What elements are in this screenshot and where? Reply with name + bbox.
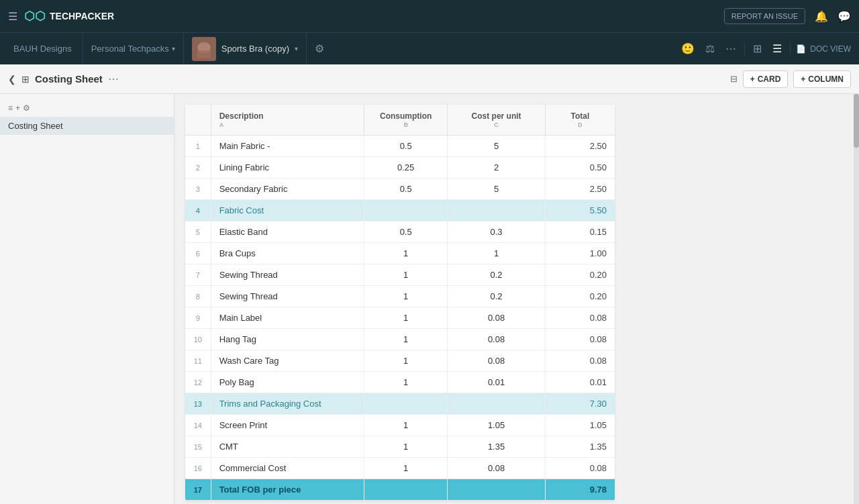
app-logo: ⬡⬡ TECHPACKER bbox=[24, 9, 114, 23]
cell-cost-per-unit: 0.08 bbox=[448, 329, 545, 350]
app-name: TECHPACKER bbox=[50, 11, 114, 21]
add-card-button[interactable]: + CARD bbox=[743, 70, 789, 88]
cell-consumption: 1 bbox=[364, 286, 448, 307]
list-view-icon[interactable]: ☰ bbox=[770, 40, 785, 58]
cell-num: 7 bbox=[185, 264, 211, 286]
cell-num: 1 bbox=[185, 136, 211, 157]
scrollbar-thumb[interactable] bbox=[854, 94, 859, 148]
logo-icon: ⬡⬡ bbox=[24, 9, 46, 23]
main-layout: ≡ + ⚙ Costing Sheet Description A bbox=[0, 94, 859, 504]
cell-description: Trims and Packaging Cost bbox=[211, 393, 364, 415]
cell-total: 1.35 bbox=[545, 436, 615, 458]
sheet-toolbar: ❮ ⊞ Costing Sheet ⋯ ⊟ + CARD + COLUMN bbox=[0, 64, 859, 94]
chat-icon[interactable]: 💬 bbox=[838, 10, 851, 23]
cell-consumption bbox=[364, 393, 448, 415]
cell-num: 3 bbox=[185, 179, 211, 200]
brand-name: BAUH Designs bbox=[13, 44, 72, 54]
col-header-cost-per-unit: Cost per unit C bbox=[448, 105, 545, 136]
cell-consumption: 1 bbox=[364, 436, 448, 458]
cell-num: 12 bbox=[185, 372, 211, 393]
table-row: 5 Elastic Band 0.5 0.3 0.15 bbox=[185, 221, 615, 243]
notification-icon[interactable]: 🔔 bbox=[815, 10, 828, 23]
product-tab[interactable]: Sports Bra (copy) ▾ bbox=[184, 33, 307, 64]
sheet-title: Costing Sheet bbox=[35, 73, 103, 85]
collapse-button[interactable]: ❮ bbox=[8, 74, 16, 85]
emoji-icon[interactable]: 🙂 bbox=[678, 40, 697, 58]
techpack-dropdown-arrow: ▾ bbox=[172, 45, 175, 52]
cell-total: 9.78 bbox=[545, 479, 615, 501]
col-header-num bbox=[185, 105, 211, 136]
techpack-name: Personal Techpacks bbox=[91, 44, 169, 54]
cell-total: 7.30 bbox=[545, 393, 615, 415]
doc-view-button[interactable]: 📄 DOC VIEW bbox=[796, 44, 851, 54]
cell-num: 14 bbox=[185, 415, 211, 436]
scrollbar[interactable] bbox=[854, 94, 859, 504]
col-header-description: Description A bbox=[211, 105, 364, 136]
more-button[interactable]: ⋯ bbox=[108, 72, 119, 85]
cell-cost-per-unit: 0.01 bbox=[448, 372, 545, 393]
grid-view-icon[interactable]: ⊞ bbox=[750, 40, 764, 58]
plus-card-icon: + bbox=[750, 74, 755, 84]
cell-num: 10 bbox=[185, 329, 211, 350]
table-row: 2 Lining Fabric 0.25 2 0.50 bbox=[185, 157, 615, 179]
table-row: 7 Sewing Thread 1 0.2 0.20 bbox=[185, 264, 615, 286]
cell-cost-per-unit: 2 bbox=[448, 157, 545, 179]
cell-total: 0.08 bbox=[545, 458, 615, 479]
doc-view-label: DOC VIEW bbox=[810, 44, 851, 54]
hamburger-icon[interactable]: ☰ bbox=[8, 10, 17, 23]
cell-cost-per-unit: 1.05 bbox=[448, 415, 545, 436]
cell-total: 0.08 bbox=[545, 350, 615, 372]
cell-total: 5.50 bbox=[545, 200, 615, 221]
report-issue-button[interactable]: REPORT AN ISSUE bbox=[724, 8, 805, 24]
brand-tab[interactable]: BAUH Designs bbox=[3, 33, 83, 64]
cell-consumption: 0.5 bbox=[364, 221, 448, 243]
cell-num: 16 bbox=[185, 458, 211, 479]
col-header-consumption: Consumption B bbox=[364, 105, 448, 136]
product-name: Sports Bra (copy) bbox=[221, 44, 289, 54]
cell-num: 15 bbox=[185, 436, 211, 458]
cell-total: 0.08 bbox=[545, 329, 615, 350]
cell-consumption: 1 bbox=[364, 264, 448, 286]
add-column-button[interactable]: + COLUMN bbox=[793, 70, 851, 88]
doc-icon: 📄 bbox=[796, 44, 806, 54]
topnav-left: ☰ ⬡⬡ TECHPACKER bbox=[8, 9, 114, 23]
cell-num: 5 bbox=[185, 221, 211, 243]
table-row: 14 Screen Print 1 1.05 1.05 bbox=[185, 415, 615, 436]
cell-num: 11 bbox=[185, 350, 211, 372]
reorder-icon[interactable]: ≡ bbox=[8, 103, 13, 113]
techpack-tab[interactable]: Personal Techpacks ▾ bbox=[83, 33, 184, 64]
sidebar-add-controls: ≡ + ⚙ bbox=[0, 99, 174, 117]
cell-num: 8 bbox=[185, 286, 211, 307]
top-navigation: ☰ ⬡⬡ TECHPACKER REPORT AN ISSUE 🔔 💬 bbox=[0, 0, 859, 32]
cell-consumption: 1 bbox=[364, 350, 448, 372]
cell-total: 0.08 bbox=[545, 307, 615, 329]
cell-consumption: 0.25 bbox=[364, 157, 448, 179]
cell-description: Main Label bbox=[211, 307, 364, 329]
secondbar-right: 🙂 ⚖ ⋯ ⊞ ☰ 📄 DOC VIEW bbox=[678, 40, 859, 58]
settings-icon[interactable]: ⚙ bbox=[307, 42, 332, 55]
divider2 bbox=[790, 42, 791, 56]
cell-cost-per-unit bbox=[448, 479, 545, 501]
cell-consumption: 1 bbox=[364, 458, 448, 479]
add-icon[interactable]: + bbox=[15, 103, 20, 113]
svg-rect-2 bbox=[197, 50, 211, 58]
cell-description: Lining Fabric bbox=[211, 157, 364, 179]
table-row: 13 Trims and Packaging Cost 7.30 bbox=[185, 393, 615, 415]
settings-small-icon[interactable]: ⚙ bbox=[23, 103, 30, 113]
columns-button[interactable]: ⊟ bbox=[730, 74, 738, 84]
cell-consumption: 1 bbox=[364, 329, 448, 350]
add-card-label: CARD bbox=[758, 74, 781, 84]
cell-num: 9 bbox=[185, 307, 211, 329]
table-row: 11 Wash Care Tag 1 0.08 0.08 bbox=[185, 350, 615, 372]
sidebar-item-costing-sheet[interactable]: Costing Sheet bbox=[0, 117, 174, 135]
cell-cost-per-unit bbox=[448, 200, 545, 221]
cell-cost-per-unit: 0.2 bbox=[448, 286, 545, 307]
more-options-icon[interactable]: ⋯ bbox=[723, 40, 739, 58]
table-row: 6 Bra Cups 1 1 1.00 bbox=[185, 243, 615, 264]
content-area: Description A Consumption B bbox=[174, 94, 859, 504]
cell-description: Main Fabric - bbox=[211, 136, 364, 157]
cell-consumption: 1 bbox=[364, 415, 448, 436]
filter-icon[interactable]: ⚖ bbox=[703, 40, 717, 58]
cell-description: Sewing Thread bbox=[211, 264, 364, 286]
sidebar-item-label: Costing Sheet bbox=[8, 121, 63, 131]
